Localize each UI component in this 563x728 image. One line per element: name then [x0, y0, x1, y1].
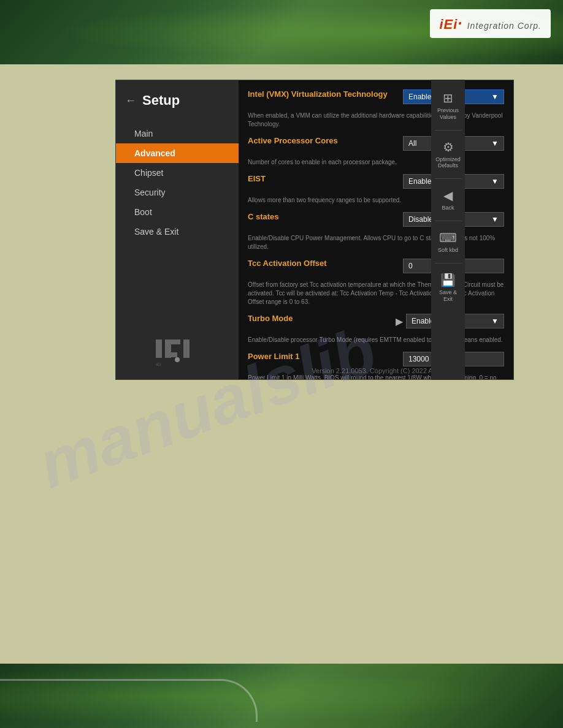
eist-arrow-icon: ▼ [491, 177, 499, 186]
setting-vmx-virtualization: Intel (VMX) Virtualization Technology En… [248, 89, 504, 129]
bottom-banner [0, 664, 563, 728]
vmx-description: When enabled, a VMM can utilize the addi… [248, 112, 504, 129]
tcc-title: Tcc Activation Offset [248, 259, 397, 268]
sidebar-item-save-exit[interactable]: Save & Exit [116, 222, 239, 241]
logo-area: iEi· Integration Corp. [430, 9, 551, 38]
toolbar-divider-3 [435, 221, 462, 221]
vmx-arrow-icon: ▼ [491, 93, 499, 101]
soft-kbd-icon: ⌨ [439, 230, 457, 245]
toolbar-btn-back[interactable]: ◀ Back [431, 183, 465, 216]
eist-description: Allows more than two frequency ranges to… [248, 196, 504, 205]
setting-c-states: C states Disabled ▼ Enable/Disable CPU P… [248, 212, 504, 251]
setting-active-processor-cores: Active Processor Cores All ▼ Number of c… [248, 136, 504, 167]
apc-description: Number of cores to enable in each proces… [248, 158, 504, 167]
setting-tcc-activation-offset: Tcc Activation Offset 0 Offset from fact… [248, 259, 504, 306]
optimized-defaults-icon: ⚙ [443, 140, 454, 154]
svg-rect-0 [156, 339, 162, 358]
cstates-title: C states [248, 212, 397, 221]
previous-values-icon: ⊞ [443, 91, 453, 105]
main-content: Intel (VMX) Virtualization Technology En… [239, 80, 513, 379]
sidebar-item-boot[interactable]: Boot [116, 202, 239, 222]
setting-eist: EIST Enabled ▼ Allows more than two freq… [248, 174, 504, 205]
cstates-description: Enable/Disable CPU Power Management. All… [248, 234, 504, 251]
setting-turbo-mode: Turbo Mode ▶ Enabled ▼ Enable/Disable pr… [248, 314, 504, 344]
tcc-description: Offset from factory set Tcc activation t… [248, 281, 504, 306]
toolbar-divider-4 [435, 263, 462, 264]
powerlimit-description: Power Limit 1 in Milli Watts. BIOS will … [248, 374, 504, 379]
svg-rect-4 [183, 339, 190, 358]
logo-brand: iEi· Integration Corp. [439, 14, 542, 33]
toolbar-divider-1 [435, 130, 462, 131]
back-icon: ◀ [443, 188, 453, 203]
bottom-curve-decoration [0, 679, 258, 722]
turbo-arrow-icon: ▶ [396, 316, 403, 327]
sidebar-item-security[interactable]: Security [116, 183, 239, 202]
sidebar-item-chipset[interactable]: Chipset [116, 163, 239, 183]
svg-text:iEi: iEi [156, 362, 161, 367]
apc-title: Active Processor Cores [248, 136, 397, 145]
cstates-arrow-icon: ▼ [491, 215, 499, 224]
save-exit-label: Save & Exit [434, 289, 462, 303]
svg-rect-3 [165, 352, 177, 357]
toolbar-btn-optimized-defaults[interactable]: ⚙ Optimized Defaults [431, 135, 465, 175]
apc-arrow-icon: ▼ [491, 139, 499, 148]
setup-title: Setup [142, 93, 180, 108]
iei-logo-svg: iEi [153, 330, 202, 367]
top-banner: iEi· Integration Corp. [0, 0, 563, 64]
toolbar-btn-previous-values[interactable]: ⊞ Previous Values [431, 86, 465, 126]
back-arrow-icon[interactable]: ← [125, 94, 136, 107]
sidebar: ← Setup Main Advanced Chipset Security B… [116, 80, 239, 379]
toolbar-btn-save-exit[interactable]: 💾 Save & Exit [431, 268, 465, 308]
powerlimit-title: Power Limit 1 [248, 352, 397, 361]
turbo-description: Enable/Disable processor Turbo Mode (req… [248, 336, 504, 344]
setup-header: ← Setup [116, 80, 239, 121]
version-text: Version 2.21.0053. Copyright (C) 2022 AM… [239, 367, 513, 374]
soft-kbd-label: Soft kbd [438, 247, 458, 254]
svg-point-5 [175, 357, 180, 362]
eist-title: EIST [248, 174, 397, 183]
turbo-dd-arrow-icon: ▼ [491, 317, 499, 325]
sidebar-item-advanced[interactable]: Advanced [116, 143, 239, 163]
toolbar-btn-soft-kbd[interactable]: ⌨ Soft kbd [431, 226, 465, 259]
optimized-defaults-label: Optimized Defaults [434, 156, 462, 170]
back-label: Back [442, 205, 454, 211]
turbo-title: Turbo Mode [248, 314, 389, 323]
toolbar-divider-2 [435, 178, 462, 179]
apc-value: All [408, 139, 416, 148]
nav-menu: Main Advanced Chipset Security Boot Save… [116, 124, 239, 241]
vmx-title: Intel (VMX) Virtualization Technology [248, 89, 397, 99]
svg-rect-2 [165, 339, 180, 344]
save-exit-icon: 💾 [440, 273, 456, 287]
sidebar-item-main[interactable]: Main [116, 124, 239, 143]
right-toolbar: ⊞ Previous Values ⚙ Optimized Defaults ◀… [431, 80, 465, 380]
setting-power-limit-1: Power Limit 1 13000 Power Limit 1 in Mil… [248, 352, 504, 379]
previous-values-label: Previous Values [434, 107, 462, 121]
sidebar-logo: iEi [116, 318, 239, 379]
